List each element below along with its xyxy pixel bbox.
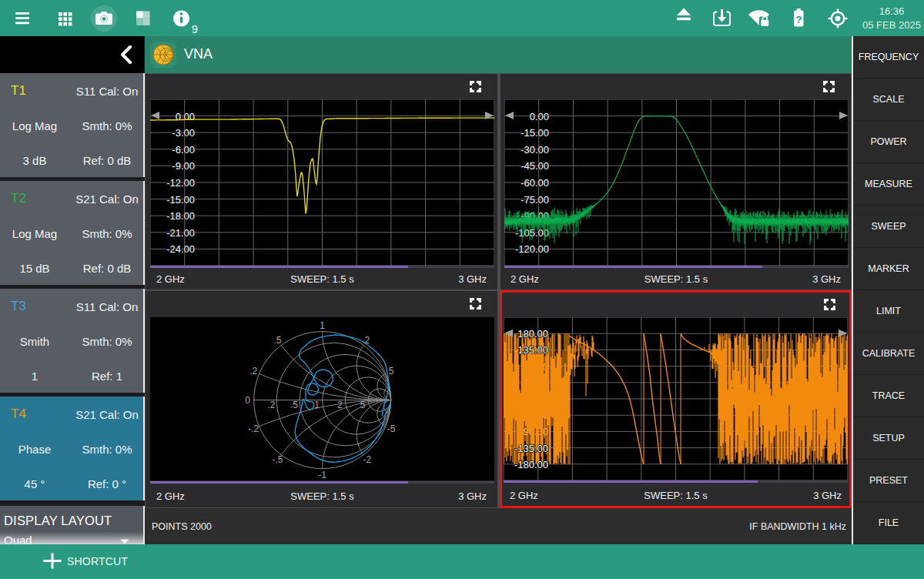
svg-text:-9.00: -9.00 bbox=[172, 160, 195, 172]
svg-text:-.2: -.2 bbox=[248, 423, 259, 434]
svg-text:-18.00: -18.00 bbox=[166, 210, 195, 222]
svg-text:-5: -5 bbox=[387, 423, 396, 434]
svg-text:.2: .2 bbox=[249, 366, 257, 377]
svg-text:-15.00: -15.00 bbox=[166, 194, 195, 206]
svg-text:135.00: 135.00 bbox=[517, 344, 548, 356]
svg-text:0: 0 bbox=[245, 395, 250, 406]
svg-text:?: ? bbox=[795, 14, 802, 25]
svg-text:.5: .5 bbox=[290, 400, 298, 410]
svg-text:-180.00: -180.00 bbox=[514, 459, 548, 470]
svg-text:-30.00: -30.00 bbox=[521, 144, 549, 156]
svg-text:-24.00: -24.00 bbox=[166, 243, 195, 255]
svg-text:0.00: 0.00 bbox=[176, 111, 195, 122]
svg-text:-15.00: -15.00 bbox=[521, 127, 549, 139]
svg-text:.2: .2 bbox=[267, 400, 275, 410]
svg-text:5: 5 bbox=[389, 366, 394, 377]
svg-text:5: 5 bbox=[360, 400, 366, 410]
svg-text:-21.00: -21.00 bbox=[166, 227, 195, 239]
svg-text:1: 1 bbox=[314, 400, 320, 410]
svg-text:1: 1 bbox=[320, 320, 325, 331]
svg-text:0.00: 0.00 bbox=[530, 111, 549, 122]
svg-text:180.00: 180.00 bbox=[517, 328, 548, 340]
svg-text:9: 9 bbox=[192, 23, 198, 35]
svg-text:-45.00: -45.00 bbox=[521, 160, 549, 172]
svg-text:-135.00: -135.00 bbox=[514, 443, 548, 454]
svg-text:-75.00: -75.00 bbox=[521, 194, 549, 206]
svg-text:-.5: -.5 bbox=[272, 454, 283, 465]
svg-text:-3.00: -3.00 bbox=[172, 127, 195, 139]
svg-text:-2: -2 bbox=[363, 454, 372, 465]
svg-text:.5: .5 bbox=[273, 335, 281, 346]
svg-text:-60.00: -60.00 bbox=[521, 177, 549, 189]
svg-text:-12.00: -12.00 bbox=[166, 177, 195, 189]
svg-text:-6.00: -6.00 bbox=[172, 144, 195, 156]
svg-text:2: 2 bbox=[337, 400, 343, 410]
svg-text:-120.00: -120.00 bbox=[515, 243, 549, 255]
svg-text:-1: -1 bbox=[318, 470, 326, 480]
